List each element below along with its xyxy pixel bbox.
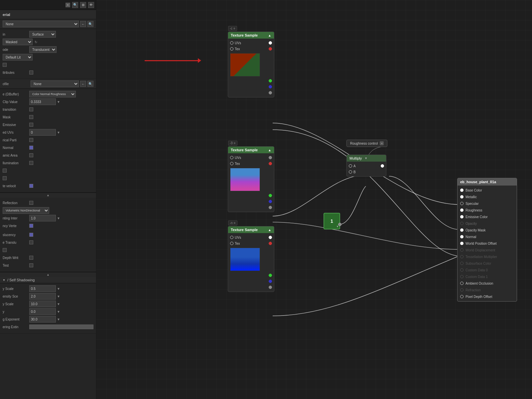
multiply-header: Multiply ▼ bbox=[347, 155, 386, 162]
mat-row-roughness: Roughness bbox=[458, 207, 517, 213]
node-label-3: -n ≡ bbox=[228, 220, 237, 225]
emissive-cb[interactable] bbox=[29, 123, 33, 127]
blend-in-row: in Surface bbox=[3, 31, 93, 38]
ao-socket bbox=[460, 282, 464, 285]
depthwrit-cb[interactable] bbox=[29, 256, 33, 260]
roughness-socket bbox=[460, 208, 464, 212]
refr-label: Refraction bbox=[466, 288, 481, 292]
cb4[interactable] bbox=[3, 248, 7, 252]
test-row: Test bbox=[3, 262, 93, 269]
texture-body-1: UVs Tex bbox=[228, 39, 274, 97]
dynamic-cb[interactable] bbox=[29, 153, 33, 157]
roughness-close[interactable]: × bbox=[380, 141, 384, 145]
material-output-node[interactable]: eb_house_plant_01a Base Color Metallic S… bbox=[457, 178, 517, 302]
profile-back[interactable]: ← bbox=[80, 81, 86, 87]
expand-icon-2[interactable]: ▲ bbox=[268, 148, 271, 152]
inting-input[interactable] bbox=[29, 215, 56, 221]
yval-input[interactable] bbox=[29, 308, 56, 315]
normal-label-mat: Normal bbox=[466, 235, 476, 239]
ncy-cb[interactable] bbox=[29, 224, 33, 228]
blend-in-label: in bbox=[3, 33, 29, 36]
a-row: A bbox=[347, 163, 386, 169]
ensity-row: ensity Sce ▼ bbox=[3, 293, 93, 300]
texture-thumb-3 bbox=[230, 248, 260, 271]
profile-search[interactable]: 🔍 bbox=[87, 81, 93, 87]
attributes-label: ttributes bbox=[3, 71, 29, 74]
attributes-row: ttributes bbox=[3, 69, 93, 76]
emissive-color-label: Emissive Color bbox=[466, 215, 488, 219]
self-shadow-section[interactable]: ▼ / Self Shadowing bbox=[0, 277, 96, 283]
particle-cb[interactable] bbox=[29, 138, 33, 142]
mat-row-base-color: Base Color bbox=[458, 187, 517, 194]
texture-title-2: Texture Sample bbox=[231, 148, 258, 152]
b-label: B bbox=[353, 170, 356, 174]
velocity-cb[interactable] bbox=[29, 184, 33, 188]
ering-bar[interactable] bbox=[29, 325, 93, 329]
mask-cb[interactable] bbox=[29, 115, 33, 119]
collapse-2[interactable]: ▲ bbox=[0, 272, 96, 277]
tex-label-3: Tex bbox=[235, 242, 240, 245]
const-value: 1 bbox=[331, 218, 333, 224]
texture-header-1: Texture Sample ▲ bbox=[228, 32, 274, 39]
test-cb[interactable] bbox=[29, 263, 33, 267]
gray-out-2 bbox=[228, 204, 274, 210]
uvs-row-2: UVs bbox=[228, 155, 274, 161]
gexp-input[interactable] bbox=[29, 316, 56, 323]
texture-node-1[interactable]: -c ≡ Texture Sample ▲ UVs Tex bbox=[228, 32, 274, 97]
multiply-dropdown-icon[interactable]: ▼ bbox=[364, 157, 367, 160]
default-lit-dropdown[interactable]: Default Lit bbox=[3, 54, 33, 61]
attributes-checkbox[interactable] bbox=[29, 70, 33, 74]
depthwrit-row: Depth Writ bbox=[3, 254, 93, 261]
ensity-input[interactable] bbox=[29, 293, 56, 300]
etranslu-cb[interactable] bbox=[29, 240, 33, 244]
texture-node-2[interactable]: -9 ≡ Texture Sample ▲ UVs Tex bbox=[228, 146, 274, 212]
particle-row: rical Parti bbox=[3, 137, 93, 143]
dynamic-row: amic Area bbox=[3, 152, 93, 159]
mat-row-specular: Specular bbox=[458, 200, 517, 207]
reflection-cb[interactable] bbox=[29, 201, 33, 205]
illum-cb[interactable] bbox=[29, 161, 33, 165]
translucent-dropdown[interactable]: Translucent bbox=[29, 46, 57, 53]
cb3[interactable] bbox=[3, 176, 7, 180]
collapse-1[interactable]: ▲ bbox=[0, 193, 96, 198]
none-dropdown[interactable]: None bbox=[3, 21, 79, 27]
blue-socket-2 bbox=[269, 200, 272, 203]
texture-header-2: Texture Sample ▲ bbox=[228, 147, 274, 153]
roughness-control-node[interactable]: Roughness control × bbox=[346, 140, 387, 147]
uvs-socket-1 bbox=[230, 41, 233, 45]
yscale-input[interactable] bbox=[29, 285, 56, 292]
texture-node-3[interactable]: -n ≡ Texture Sample ▲ UVs Tex bbox=[228, 226, 274, 292]
search-icon-2[interactable]: 🔍 bbox=[87, 21, 93, 27]
normal-cb[interactable] bbox=[29, 146, 33, 150]
clip-value-input[interactable] bbox=[29, 98, 56, 105]
profile-dropdown[interactable]: None bbox=[31, 80, 79, 87]
const-dropdown[interactable]: ▼ bbox=[336, 225, 339, 228]
surface-dropdown[interactable]: Surface bbox=[29, 31, 56, 38]
gbuffer-dropdown[interactable]: Color Normal Roughness bbox=[29, 91, 76, 97]
masked-dropdown[interactable]: Masked bbox=[3, 39, 33, 45]
close-button[interactable]: × bbox=[66, 3, 70, 7]
grid-icon[interactable]: ⊞ bbox=[80, 2, 86, 8]
uvs-input[interactable] bbox=[29, 129, 56, 136]
back-icon[interactable]: ← bbox=[80, 21, 86, 27]
volumetric-dropdown[interactable]: Volumetric NonDirectional bbox=[3, 207, 49, 214]
transition-cb[interactable] bbox=[29, 107, 33, 111]
checkbox1[interactable] bbox=[3, 63, 7, 67]
tex-socket-3 bbox=[230, 242, 233, 245]
cb2[interactable] bbox=[3, 169, 7, 173]
gbuffer-row: e (DBuffer) Color Normal Roughness bbox=[3, 91, 93, 97]
eye-icon[interactable]: 👁 bbox=[88, 2, 94, 8]
yval-row: y ▼ bbox=[3, 308, 93, 315]
constant-node[interactable]: 1 ▼ bbox=[324, 213, 340, 229]
multiply-node[interactable]: Multiply ▼ A B bbox=[346, 155, 386, 177]
recycle-icon: ↻ bbox=[35, 40, 37, 44]
ssc-socket bbox=[460, 262, 464, 265]
specular-label: Specular bbox=[466, 202, 478, 205]
slucency-cb[interactable] bbox=[29, 233, 33, 237]
search-icon[interactable]: 🔍 bbox=[72, 2, 78, 8]
profile-label: ofile bbox=[3, 82, 29, 86]
pdo-label: Pixel Depth Offset bbox=[466, 295, 492, 299]
expand-icon-3[interactable]: ▲ bbox=[268, 228, 271, 232]
expand-icon-1[interactable]: ▲ bbox=[268, 34, 271, 37]
yscale2-input[interactable] bbox=[29, 301, 56, 307]
